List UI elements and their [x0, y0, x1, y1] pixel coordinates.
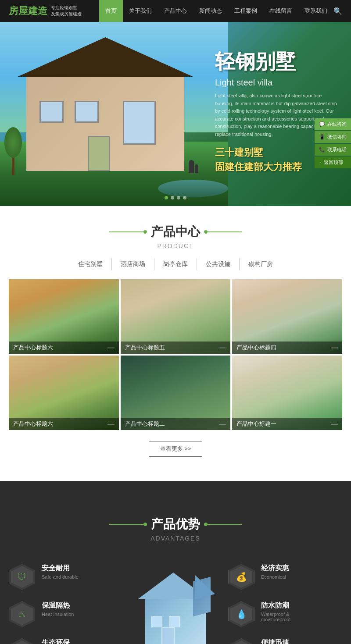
adv-title-line-right — [207, 524, 242, 525]
adv-en-heat: Heat Insulation — [42, 612, 74, 617]
adv-text-water: 防水防潮 Waterproof & moistureproof — [261, 601, 290, 622]
arrow-icon-6: — — [107, 344, 115, 352]
adv-hex-quick: ✈ — [228, 638, 254, 644]
adv-item-economy: 💰 经济实惠 Economical — [228, 564, 342, 590]
side-btn-phone[interactable]: 📞 联系电话 — [315, 144, 351, 156]
adv-en-water: Waterproof & moistureproof — [261, 612, 290, 622]
side-btn-wechat[interactable]: 📱 微信咨询 — [315, 131, 351, 143]
product-item-3[interactable]: 产品中心标题六 — — [9, 356, 119, 430]
product-label-3: 产品中心标题六 — — [9, 418, 119, 430]
hero-people — [189, 160, 198, 173]
adv-hex-heat: ♨ — [9, 601, 35, 627]
side-btn-chat[interactable]: 💬 在线咨询 — [315, 118, 351, 130]
economy-icon: 💰 — [236, 572, 247, 582]
product-tab-factory[interactable]: 砌构厂房 — [240, 258, 282, 270]
hero-dot-1[interactable] — [165, 196, 168, 199]
return-icon: ↑ — [319, 160, 322, 165]
water-icon: 💧 — [236, 609, 247, 619]
product-item-2[interactable]: 产品中心标题二 — — [121, 356, 231, 430]
title-line-left — [109, 231, 144, 232]
hero-house-scene — [0, 22, 228, 206]
hero-dot-3[interactable] — [177, 196, 180, 199]
house-3d-window-1 — [151, 616, 162, 627]
adv-text-safe: 安全耐用 Safe and durable — [42, 564, 79, 580]
adv-hex-inner-heat: ♨ — [11, 603, 33, 625]
product-label-1: 产品中心标题一 — — [232, 418, 342, 430]
nav-menu: 首页 关于我们 产品中心 新闻动态 工程案例 在线留言 联系我们 — [99, 0, 333, 22]
hero-window-2 — [75, 101, 99, 123]
hero-tree-1 — [4, 123, 22, 175]
advantages-section-cn: 产品优势 — [151, 516, 200, 533]
advantages-center-house — [132, 570, 219, 644]
adv-cn-safe: 安全耐用 — [42, 564, 79, 573]
adv-item-water: 💧 防水防潮 Waterproof & moistureproof — [228, 601, 342, 627]
house-3d-container — [136, 570, 215, 644]
nav-item-message[interactable]: 在线留言 — [263, 0, 298, 22]
adv-hex-water: 💧 — [228, 601, 254, 627]
adv-cn-water: 防水防潮 — [261, 601, 290, 610]
arrow-icon-2: — — [219, 420, 226, 428]
hero-dot-4[interactable] — [183, 196, 186, 199]
adv-cn-quick: 便捷迅速 — [261, 638, 308, 644]
hero-dots — [165, 196, 186, 199]
advantages-left: 🛡 安全耐用 Safe and durable ♨ 保温隔热 Heat Insu… — [9, 564, 123, 644]
adv-en-safe: Safe and durable — [42, 574, 79, 580]
product-tab-hotel[interactable]: 酒店商场 — [112, 258, 154, 270]
adv-text-heat: 保温隔热 Heat Insulation — [42, 601, 74, 617]
product-title-line: 产品中心 — [0, 224, 351, 240]
product-tab-booth[interactable]: 岗亭仓库 — [154, 258, 197, 270]
adv-hex-economy: 💰 — [228, 564, 254, 590]
hero-roof — [18, 37, 193, 77]
product-section: 产品中心 PRODUCT 住宅别墅 酒店商场 岗亭仓库 公共设施 砌构厂房 产品… — [0, 206, 351, 481]
shield-icon: 🛡 — [18, 572, 26, 582]
product-item-6[interactable]: 产品中心标题六 — — [9, 279, 119, 354]
hero-window-3 — [123, 101, 156, 145]
adv-title-line-left — [109, 524, 144, 525]
product-section-cn: 产品中心 — [151, 224, 200, 240]
adv-item-quick: ✈ 便捷迅速 Convenient and quick — [228, 638, 342, 644]
nav-item-cases[interactable]: 工程案例 — [228, 0, 263, 22]
adv-item-safe: 🛡 安全耐用 Safe and durable — [9, 564, 123, 590]
house-3d-door — [161, 627, 175, 644]
adv-hex-inner-economy: 💰 — [230, 566, 252, 588]
adv-hex-eco: 🌿 — [9, 638, 35, 644]
nav-item-contact[interactable]: 联系我们 — [298, 0, 333, 22]
hero-title-en: Light steel villa — [215, 78, 338, 88]
nav-item-home[interactable]: 首页 — [99, 0, 123, 22]
nav-item-product[interactable]: 产品中心 — [158, 0, 193, 22]
product-grid: 产品中心标题六 — 产品中心标题五 — 产品中心标题四 — 产品中心标题六 — — [0, 279, 351, 430]
wechat-icon: 📱 — [319, 134, 325, 140]
arrow-icon-4: — — [331, 344, 338, 352]
adv-cn-heat: 保温隔热 — [42, 601, 74, 610]
hero-title-cn: 轻钢别墅 — [215, 48, 338, 75]
nav-item-about[interactable]: 关于我们 — [123, 0, 158, 22]
side-btn-return[interactable]: ↑ 返回顶部 — [315, 157, 351, 168]
product-tab-villa[interactable]: 住宅别墅 — [69, 258, 112, 270]
adv-text-quick: 便捷迅速 Convenient and quick — [261, 638, 308, 644]
chat-icon: 💬 — [319, 121, 325, 127]
adv-hex-inner-safe: 🛡 — [11, 566, 33, 588]
advantages-section: 产品优势 ADVANTAGES 🛡 安全耐用 Safe and durable — [0, 481, 351, 644]
adv-item-heat: ♨ 保温隔热 Heat Insulation — [9, 601, 123, 627]
product-item-1[interactable]: 产品中心标题一 — — [232, 356, 342, 430]
adv-cn-eco: 生态环保 — [42, 638, 70, 644]
product-section-en: PRODUCT — [0, 242, 351, 249]
product-label-5: 产品中心标题五 — — [121, 342, 231, 354]
house-3d-window-2 — [169, 616, 180, 627]
hero-banner: 轻钢别墅 Light steel villa Light steel villa… — [0, 22, 351, 206]
adv-cn-economy: 经济实惠 — [261, 564, 289, 573]
search-icon[interactable]: 🔍 — [333, 7, 342, 15]
phone-icon: 📞 — [319, 147, 325, 153]
product-tab-public[interactable]: 公共设施 — [197, 258, 240, 270]
more-button[interactable]: 查看更多 >> — [149, 441, 203, 457]
product-item-4[interactable]: 产品中心标题四 — — [232, 279, 342, 354]
house-3d-roof-right — [195, 570, 215, 599]
product-item-5[interactable]: 产品中心标题五 — — [121, 279, 231, 354]
hero-dot-2[interactable] — [171, 196, 174, 199]
nav-item-news[interactable]: 新闻动态 — [193, 0, 228, 22]
advantages-right: 💰 经济实惠 Economical 💧 防水防潮 Waterproof & mo… — [228, 564, 342, 644]
logo-area: 房屋建造 专注轻钢别墅 及集成房屋建造 — [9, 4, 82, 18]
advantages-section-en: ADVANTAGES — [9, 535, 342, 542]
adv-hex-safe: 🛡 — [9, 564, 35, 590]
hero-house-wall — [26, 75, 184, 171]
